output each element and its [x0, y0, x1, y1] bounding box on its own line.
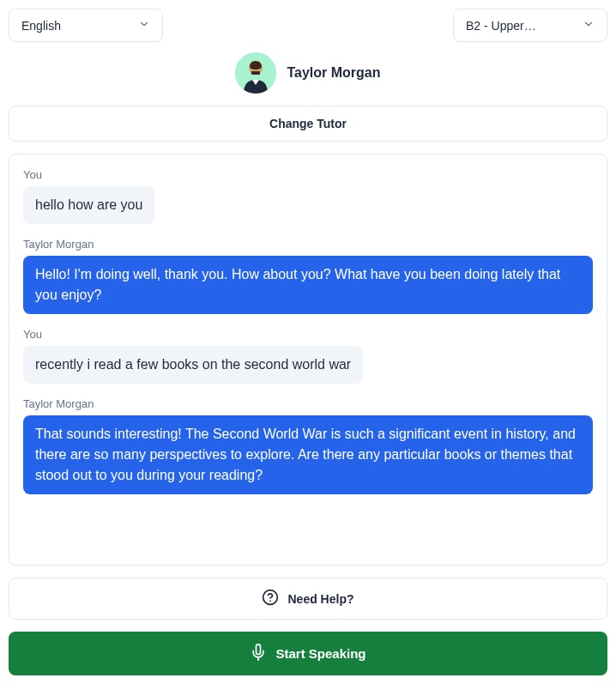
- message-bubble-tutor: Hello! I'm doing well, thank you. How ab…: [23, 256, 593, 314]
- message-group: You hello how are you: [23, 168, 593, 224]
- top-controls-row: English B2 - Upper…: [9, 9, 607, 42]
- change-tutor-button[interactable]: Change Tutor: [9, 106, 607, 142]
- tutor-header: Taylor Morgan: [9, 52, 607, 94]
- message-bubble-user: recently i read a few books on the secon…: [23, 346, 363, 384]
- message-group: Taylor Morgan Hello! I'm doing well, tha…: [23, 238, 593, 314]
- tutor-name: Taylor Morgan: [287, 65, 380, 81]
- chevron-down-icon: [583, 18, 595, 33]
- message-group: You recently i read a few books on the s…: [23, 328, 593, 384]
- message-sender: Taylor Morgan: [23, 397, 593, 410]
- chat-container: You hello how are you Taylor Morgan Hell…: [9, 154, 607, 566]
- message-bubble-tutor: That sounds interesting! The Second Worl…: [23, 415, 593, 494]
- language-dropdown[interactable]: English: [9, 9, 163, 42]
- microphone-icon: [250, 644, 267, 663]
- message-sender: You: [23, 328, 593, 341]
- need-help-button[interactable]: Need Help?: [9, 578, 607, 620]
- start-speaking-label: Start Speaking: [275, 646, 365, 661]
- message-group: Taylor Morgan That sounds interesting! T…: [23, 397, 593, 494]
- chevron-down-icon: [138, 18, 150, 33]
- message-bubble-user: hello how are you: [23, 186, 154, 224]
- need-help-label: Need Help?: [287, 592, 353, 606]
- message-sender: You: [23, 168, 593, 181]
- language-dropdown-label: English: [21, 19, 61, 33]
- start-speaking-button[interactable]: Start Speaking: [9, 632, 607, 675]
- level-dropdown[interactable]: B2 - Upper…: [453, 9, 607, 42]
- message-sender: Taylor Morgan: [23, 238, 593, 251]
- svg-rect-2: [251, 71, 260, 75]
- level-dropdown-label: B2 - Upper…: [466, 19, 536, 33]
- help-circle-icon: [262, 589, 279, 608]
- avatar: [235, 52, 276, 94]
